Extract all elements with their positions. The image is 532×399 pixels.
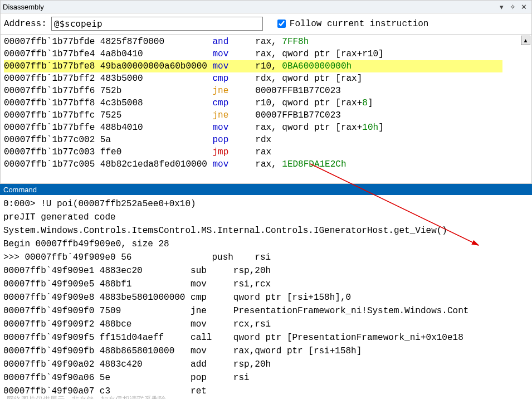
asm-operands: rax, qword ptr [rax+ [255, 123, 362, 133]
asm-immediate: 1ED8FDA1E2Ch [282, 159, 346, 169]
asm-operands: r10, qword ptr [rax+ [255, 98, 362, 108]
asm-bytes: 752b [100, 86, 213, 96]
asm-address: 00007ffb`1b77bff2 [4, 74, 100, 84]
close-icon[interactable]: ✕ [518, 3, 529, 11]
asm-mnemonic: and [212, 37, 255, 47]
asm-mnemonic: mov [212, 159, 255, 169]
pin-icon[interactable]: ✧ [507, 3, 518, 11]
asm-address: 00007ffb`1b77c003 [4, 147, 100, 157]
asm-address: 00007ffb`1b77bffe [4, 123, 100, 133]
asm-address: 00007ffb`1b77bfde [4, 37, 100, 47]
scroll-up-icon[interactable]: ▲ [521, 36, 530, 45]
disassembly-row[interactable]: 00007ffb`1b77c002 5a pop rdx [4, 134, 531, 146]
disassembly-row[interactable]: 00007ffb`1b77bff2 483b5000 cmp rdx, qwor… [4, 72, 531, 85]
asm-operands: 00007FFB1B77C023 [255, 110, 341, 120]
asm-address: 00007ffb`1b77bffc [4, 110, 100, 120]
disassembly-title: Disassembly [3, 3, 496, 11]
follow-instruction-checkbox[interactable] [277, 20, 286, 28]
disassembly-row[interactable]: 00007ffb`1b77bffe 488b4010 mov rax, qwor… [4, 121, 531, 134]
asm-bytes: 7525 [100, 110, 213, 120]
disassembly-row[interactable]: 00007ffb`1b77bfe8 49ba00000000a60b0000 m… [4, 60, 502, 72]
asm-operands: rdx [255, 135, 271, 145]
asm-operands: r10, [255, 61, 282, 71]
disassembly-row[interactable]: 00007ffb`1b77bfde 4825f87f0000 and rax, … [4, 36, 531, 48]
command-title: Command [3, 186, 37, 194]
address-input[interactable] [51, 17, 263, 31]
asm-address: 00007ffb`1b77bfe4 [4, 49, 100, 59]
asm-bytes: 48b82c1eda8fed010000 [100, 159, 213, 169]
asm-operands: 00007FFB1B77C023 [255, 86, 341, 96]
watermark-text: 网络图片仅供展示，非存储，如有侵权请联系删除。 [0, 395, 532, 399]
asm-address: 00007ffb`1b77c005 [4, 159, 100, 169]
asm-bytes: 5a [100, 135, 213, 145]
disassembly-row[interactable]: 00007ffb`1b77bfe4 4a8b0410 mov rax, qwor… [4, 48, 531, 60]
asm-mnemonic: mov [212, 61, 255, 71]
follow-instruction-label: Follow current instruction [290, 19, 429, 29]
asm-mnemonic: mov [212, 49, 255, 59]
disassembly-pane-title-bar: Disassembly ▾ ✧ ✕ [0, 0, 532, 13]
asm-address: 00007ffb`1b77c002 [4, 135, 100, 145]
asm-bytes: ffe0 [100, 147, 213, 157]
asm-immediate: 0BA600000000h [282, 61, 352, 71]
disassembly-listing[interactable]: ▲ 00007ffb`1b77bfde 4825f87f0000 and rax… [0, 35, 532, 184]
asm-operands: rax, qword ptr [rax+r10] [255, 49, 383, 59]
asm-immediate: 10h [362, 123, 378, 133]
asm-operands: rdx, qword ptr [rax] [255, 74, 362, 84]
asm-mnemonic: jne [212, 86, 255, 96]
address-label: Address: [4, 19, 47, 29]
follow-instruction-checkbox-area[interactable]: Follow current instruction [275, 18, 429, 30]
asm-mnemonic: pop [212, 135, 255, 145]
asm-bytes: 483b5000 [100, 74, 213, 84]
asm-mnemonic: jne [212, 110, 255, 120]
command-output[interactable]: 0:000> !U poi(00007ffb252a5ee0+0x10) pre… [0, 195, 532, 399]
address-bar: Address: Follow current instruction [0, 13, 532, 35]
asm-mnemonic: mov [212, 123, 255, 133]
disassembly-row[interactable]: 00007ffb`1b77bffc 7525 jne 00007FFB1B77C… [4, 109, 531, 121]
asm-mnemonic: cmp [212, 98, 255, 108]
dropdown-icon[interactable]: ▾ [496, 3, 507, 11]
asm-mnemonic: cmp [212, 74, 255, 84]
asm-immediate: 8 [362, 98, 368, 108]
asm-bytes: 4c3b5008 [100, 98, 213, 108]
asm-address: 00007ffb`1b77bfe8 [4, 61, 100, 71]
asm-operands: rax, [255, 159, 282, 169]
disassembly-row[interactable]: 00007ffb`1b77bff8 4c3b5008 cmp r10, qwor… [4, 97, 531, 109]
asm-operands: rax [255, 147, 271, 157]
asm-operands-post: ] [378, 123, 384, 133]
disassembly-row[interactable]: 00007ffb`1b77bff6 752b jne 00007FFB1B77C… [4, 85, 531, 97]
asm-bytes: 488b4010 [100, 123, 213, 133]
asm-address: 00007ffb`1b77bff6 [4, 86, 100, 96]
asm-bytes: 4825f87f0000 [100, 37, 213, 47]
asm-address: 00007ffb`1b77bff8 [4, 98, 100, 108]
asm-immediate: 7FF8h [282, 37, 309, 47]
asm-operands: rax, [255, 37, 282, 47]
asm-bytes: 4a8b0410 [100, 49, 213, 59]
disassembly-row[interactable]: 00007ffb`1b77c003 ffe0 jmp rax [4, 146, 531, 158]
command-pane-title-bar: Command [0, 184, 532, 195]
asm-operands-post: ] [368, 98, 373, 108]
asm-mnemonic: jmp [212, 147, 255, 157]
asm-bytes: 49ba00000000a60b0000 [100, 61, 213, 71]
disassembly-row[interactable]: 00007ffb`1b77c005 48b82c1eda8fed010000 m… [4, 158, 531, 171]
